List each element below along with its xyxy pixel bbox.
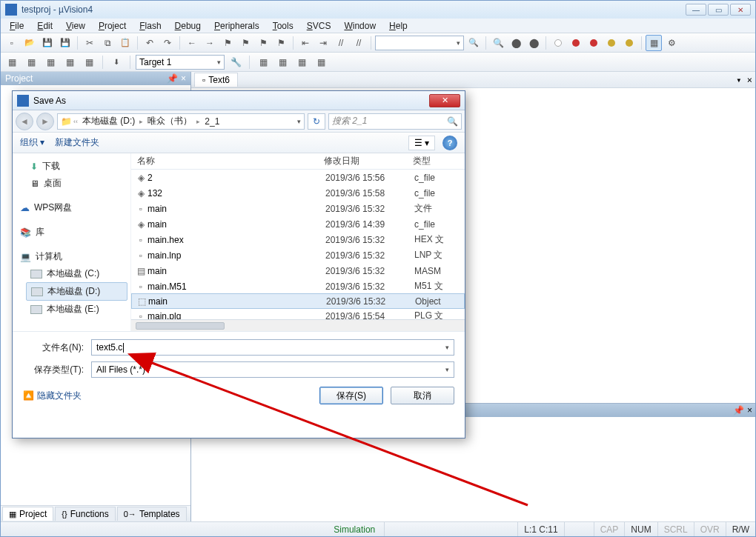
configure-button[interactable] (663, 35, 680, 51)
paste-button[interactable] (117, 35, 133, 51)
nav-back-button[interactable]: ◄ (16, 113, 33, 130)
minimize-button[interactable]: — (686, 4, 706, 16)
tree-item[interactable]: 桌面 (26, 175, 127, 192)
panel-close-icon[interactable]: × (181, 73, 186, 84)
filename-input[interactable]: text5.c ▾ (91, 339, 454, 356)
crumb-1[interactable]: 本地磁盘 (D:) (79, 115, 138, 127)
redo-button[interactable] (159, 35, 176, 51)
bookmark-button[interactable]: ⚑ (219, 35, 236, 51)
cancel-button[interactable]: 取消 (391, 387, 454, 404)
debug-stop-button[interactable]: ⬤ (525, 35, 542, 51)
close-button[interactable]: ✕ (730, 4, 751, 16)
tree-item[interactable]: 本地磁盘 (E:) (26, 301, 127, 318)
menu-peripherals[interactable]: Peripherals (208, 19, 265, 33)
bookmark-clear-button[interactable]: ⚑ (273, 35, 289, 51)
horizontal-scrollbar[interactable] (131, 319, 465, 331)
find-button[interactable] (465, 35, 482, 51)
indent-button[interactable]: ⇥ (315, 35, 331, 51)
build-button[interactable] (23, 54, 39, 70)
dot1[interactable] (550, 35, 566, 51)
bookmark-next-button[interactable]: ⚑ (255, 35, 271, 51)
bookmark-prev-button[interactable]: ⚑ (237, 35, 253, 51)
menu-svcs[interactable]: SVCS (301, 19, 337, 33)
output-close-icon[interactable]: × (747, 405, 752, 416)
menu-edit[interactable]: Edit (31, 19, 59, 33)
menu-tools[interactable]: Tools (267, 19, 299, 33)
menu-project[interactable]: Project (93, 19, 132, 33)
output-pin-icon[interactable]: 📌 (733, 405, 744, 416)
refresh-button[interactable]: ↻ (308, 113, 325, 130)
manage3-button[interactable]: ▦ (294, 54, 310, 70)
file-row[interactable]: ◈1322019/3/6 15:58c_file (131, 185, 465, 201)
menu-flash[interactable]: Flash (133, 19, 167, 33)
col-type[interactable]: 类型 (413, 155, 465, 167)
window-layout-button[interactable]: ▦ (646, 35, 662, 51)
tree-item[interactable]: 计算机 (16, 248, 127, 265)
breadcrumb[interactable]: 📁 ‹‹ 本地磁盘 (D:) ▸ 唯众（书） ▸ 2_1 ▾ (57, 113, 305, 130)
tab-templates[interactable]: 0→ Templates (117, 507, 187, 521)
translate-button[interactable] (4, 54, 20, 70)
options-button[interactable]: 🔧 (228, 54, 244, 70)
comment-button[interactable]: // (333, 35, 349, 51)
save-all-button[interactable] (57, 35, 73, 51)
outdent-button[interactable]: ⇤ (297, 35, 314, 51)
view-mode-button[interactable]: ☰ ▾ (408, 136, 435, 150)
file-row[interactable]: ▫main.hex2019/3/6 15:32HEX 文 (131, 232, 465, 247)
menu-file[interactable]: File (4, 19, 30, 33)
file-row[interactable]: ▤main2019/3/6 15:32MASM (131, 263, 465, 278)
file-row[interactable]: ◈main2019/3/6 14:39c_file (131, 216, 465, 232)
save-button[interactable]: 保存(S) (319, 387, 383, 404)
file-row[interactable]: ◈22019/3/6 15:56c_file (131, 170, 465, 185)
nav-forward-button[interactable]: ► (36, 113, 54, 130)
help-button[interactable]: ? (442, 136, 457, 150)
dialog-close-button[interactable]: ✕ (429, 94, 460, 107)
col-date[interactable]: 修改日期 (324, 155, 413, 167)
file-row[interactable]: ▫main.plg2019/3/6 15:54PLG 文 (131, 308, 465, 319)
dot5[interactable] (621, 35, 637, 51)
menu-window[interactable]: Window (338, 19, 382, 33)
tree-item[interactable]: 库 (16, 224, 127, 241)
debug-break-button[interactable]: ⬤ (508, 35, 524, 51)
filetype-select[interactable]: All Files (*.*) ▾ (91, 361, 454, 378)
menu-help[interactable]: Help (383, 19, 414, 33)
tree-item[interactable]: 本地磁盘 (C:) (26, 265, 127, 282)
manage2-button[interactable]: ▦ (274, 54, 291, 70)
search-input[interactable]: 搜索 2_1 🔍 (328, 113, 462, 130)
crumb-2[interactable]: 唯众（书） (145, 115, 195, 127)
pin-icon[interactable]: 📌 (167, 73, 178, 84)
file-row[interactable]: ▫main.lnp2019/3/6 15:32LNP 文 (131, 247, 465, 263)
crumb-3[interactable]: 2_1 (202, 116, 222, 127)
file-row[interactable]: ▫main.M512019/3/6 15:32M51 文 (131, 278, 465, 294)
tab-project[interactable]: ▦ Project (2, 507, 53, 521)
download-button[interactable] (108, 54, 125, 70)
hide-folders-link[interactable]: 🔼 隐藏文件夹 (23, 390, 82, 402)
target-combo[interactable]: Target 1 ▾ (136, 55, 225, 70)
indent-left-button[interactable]: ← (184, 35, 200, 51)
dot2[interactable] (568, 35, 584, 51)
doc-tabs-dropdown[interactable]: ▾ × (733, 75, 755, 85)
new-file-button[interactable] (4, 35, 20, 51)
new-folder-button[interactable]: 新建文件夹 (55, 136, 99, 149)
maximize-button[interactable]: ▭ (708, 4, 729, 16)
stop-build-button[interactable]: ▦ (81, 54, 97, 70)
organize-button[interactable]: 组织 ▾ (20, 136, 44, 149)
debug-start-button[interactable]: 🔍 (490, 35, 506, 51)
tree-item[interactable]: 下载 (26, 158, 127, 175)
tree-item[interactable]: 本地磁盘 (D:) (26, 282, 127, 301)
menu-view[interactable]: View (60, 19, 91, 33)
manage4-button[interactable]: ▦ (313, 54, 329, 70)
undo-button[interactable] (142, 35, 158, 51)
file-row[interactable]: ▫main2019/3/6 15:32文件 (131, 201, 465, 216)
batch-build-button[interactable]: ▦ (62, 54, 78, 70)
copy-button[interactable] (99, 35, 116, 51)
dot3[interactable] (586, 35, 602, 51)
open-file-button[interactable] (21, 35, 38, 51)
doc-tab-text6[interactable]: ▫ Text6 (194, 73, 238, 87)
col-name[interactable]: 名称 (131, 155, 324, 167)
save-file-button[interactable] (39, 35, 56, 51)
rebuild-button[interactable] (42, 54, 59, 70)
indent-right-button[interactable]: → (202, 35, 218, 51)
file-row[interactable]: ⬚main2019/3/6 15:32Object (131, 293, 465, 309)
find-combo[interactable]: ▾ (375, 36, 464, 50)
dot4[interactable] (603, 35, 620, 51)
